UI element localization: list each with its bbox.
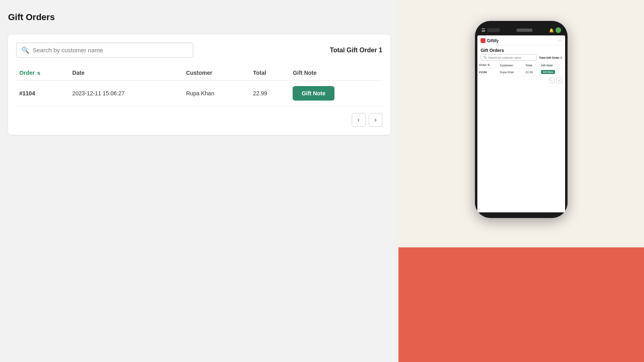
phone-mockup: ☰ 🔔 Giftify ··· Gift Orders 🔍: [475, 21, 568, 218]
phone-cell-order-id: #1104: [477, 68, 498, 76]
search-input[interactable]: [33, 47, 188, 53]
right-panel: ☰ 🔔 Giftify ··· Gift Orders 🔍: [398, 0, 644, 362]
cell-order-id: #1104: [16, 80, 69, 107]
next-page-button[interactable]: ›: [369, 113, 382, 127]
table-header-row: Order ⇅ Date Customer Total Gift Note: [16, 66, 382, 80]
phone-app-name-row: Giftify: [481, 38, 499, 43]
phone-status-search: [487, 28, 500, 32]
prev-page-button[interactable]: ‹: [352, 113, 365, 127]
gift-note-button[interactable]: Gift Note: [293, 86, 334, 101]
phone-col-order: Order ⇅: [477, 62, 498, 68]
phone-pagination: ‹ ›: [477, 76, 565, 85]
phone-next-button[interactable]: ›: [556, 78, 562, 83]
sort-arrows: ⇅: [37, 71, 40, 76]
phone-table-row: #1104 Rupa Khan 22.99 Gift Note: [477, 68, 565, 76]
phone-search-box[interactable]: 🔍: [481, 54, 537, 61]
total-label: Total Gift Order 1: [330, 47, 382, 54]
phone-bell-icon: 🔔: [549, 28, 554, 33]
col-customer: Customer: [183, 66, 250, 80]
phone-cell-total: 22.99: [524, 68, 539, 76]
search-icon: 🔍: [21, 46, 29, 54]
cell-customer: Rupa Khan: [183, 80, 250, 107]
phone-status-bar: ☰ 🔔: [477, 27, 565, 35]
phone-hamburger-icon: ☰: [481, 28, 485, 33]
phone-status-right: 🔔: [549, 27, 561, 33]
col-total: Total: [250, 66, 290, 80]
page-title: Gift Orders: [8, 12, 390, 23]
phone-cell-gift-note: Gift Note: [539, 68, 565, 76]
phone-avatar: [555, 27, 561, 33]
table-row: #1104 2023-12-11 15:06:27 Rupa Khan 22.9…: [16, 80, 382, 107]
cell-gift-note: Gift Note: [289, 80, 382, 107]
phone-cell-customer: Rupa Khan: [498, 68, 524, 76]
phone-orders-table: Order ⇅ Customer Total Gift Note #1104 R…: [477, 62, 565, 76]
phone-gift-note-button[interactable]: Gift Note: [541, 70, 555, 74]
phone-more-dots[interactable]: ···: [558, 38, 562, 43]
main-content: Gift Orders 🔍 Total Gift Order 1 Order ⇅…: [0, 0, 398, 362]
phone-app-bar: Giftify ···: [477, 35, 565, 45]
phone-col-customer: Customer: [498, 62, 524, 68]
phone-table-header: Order ⇅ Customer Total Gift Note: [477, 62, 565, 68]
col-gift-note: Gift Note: [289, 66, 382, 80]
phone-prev-button[interactable]: ‹: [549, 78, 555, 83]
phone-search-input[interactable]: [488, 56, 534, 59]
phone-search-row: 🔍 Total Gift Order 1: [477, 54, 565, 62]
phone-page-title: Gift Orders: [477, 45, 565, 54]
search-box[interactable]: 🔍: [16, 43, 193, 58]
phone-app-icon: [481, 38, 485, 43]
orders-table: Order ⇅ Date Customer Total Gift Note #1…: [16, 66, 382, 107]
col-date: Date: [69, 66, 183, 80]
phone-status-left: ☰: [481, 28, 500, 33]
orders-card: 🔍 Total Gift Order 1 Order ⇅ Date Custom…: [8, 35, 390, 135]
cell-date: 2023-12-11 15:06:27: [69, 80, 183, 107]
cell-total: 22.99: [250, 80, 290, 107]
phone-col-gift-note: Gift Note: [539, 62, 565, 68]
phone-notch-pill: [516, 29, 533, 32]
phone-screen: Giftify ··· Gift Orders 🔍 Total Gift Ord…: [477, 35, 565, 212]
phone-app-title: Giftify: [487, 39, 499, 43]
red-block: [398, 247, 644, 362]
phone-total-label: Total Gift Order 1: [539, 56, 562, 59]
phone-search-icon: 🔍: [483, 56, 487, 59]
pagination: ‹ ›: [16, 113, 382, 127]
col-order[interactable]: Order ⇅: [16, 66, 69, 80]
phone-col-total: Total: [524, 62, 539, 68]
toolbar: 🔍 Total Gift Order 1: [16, 43, 382, 58]
